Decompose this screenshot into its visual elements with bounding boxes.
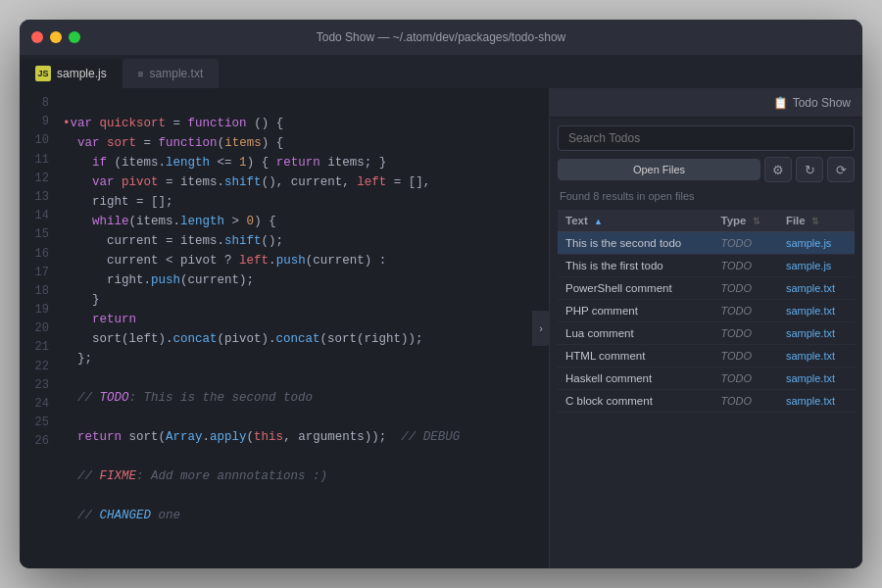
txt-file-icon: ≡: [138, 69, 144, 79]
refresh-icon-button[interactable]: ↻: [796, 157, 823, 182]
todo-text-cell: HTML comment: [558, 345, 713, 368]
todo-text-cell: PHP comment: [558, 300, 713, 322]
todo-text-cell: Lua comment: [558, 322, 713, 345]
code-line: return: [63, 310, 549, 329]
code-line: right = [];: [63, 192, 549, 212]
todo-text-cell: Haskell comment: [558, 368, 713, 390]
code-line: var sort = function(items) {: [63, 133, 549, 153]
code-line: current < pivot ? left.push(current) :: [63, 251, 549, 270]
filter-bar: Open Files ⚙ ↻ ⟳: [558, 157, 855, 182]
todo-type-cell: TODO: [713, 277, 778, 300]
todo-type-cell: TODO: [713, 368, 778, 390]
todo-type-cell: TODO: [713, 300, 778, 322]
todo-text-cell: PowerShell comment: [558, 277, 713, 300]
code-line: while(items.length > 0) {: [63, 212, 549, 231]
todo-file-cell: sample.txt: [778, 368, 855, 390]
code-line: }: [63, 290, 549, 310]
table-row[interactable]: PowerShell commentTODOsample.txt: [558, 277, 855, 300]
table-header-row: Text ▲ Type ⇅ File ⇅: [558, 210, 855, 232]
tabbar: JS sample.js ≡ sample.txt: [20, 55, 862, 88]
code-line: current = items.shift();: [63, 231, 549, 251]
todo-panel-content: Open Files ⚙ ↻ ⟳ Found 8 results in open…: [550, 118, 862, 568]
table-row[interactable]: HTML commentTODOsample.txt: [558, 345, 855, 368]
todo-show-icon: 📋: [773, 96, 788, 110]
open-files-filter-button[interactable]: Open Files: [558, 159, 760, 180]
code-line: var pivot = items.shift(), current, left…: [63, 172, 549, 192]
table-row[interactable]: Lua commentTODOsample.txt: [558, 322, 855, 345]
code-area: 8 9 10 11 12 13 14 15 16 17 18: [20, 88, 549, 568]
column-header-text[interactable]: Text ▲: [558, 210, 713, 232]
todo-panel-title: 📋 Todo Show: [773, 96, 851, 110]
code-line: };: [63, 349, 549, 368]
code-content: •var quicksort = function () { var sort …: [59, 88, 549, 568]
settings-icon-button[interactable]: ⚙: [764, 157, 792, 182]
window-title: Todo Show — ~/.atom/dev/packages/todo-sh…: [317, 30, 565, 44]
code-line: // CHANGED one: [63, 506, 549, 525]
code-line: // TODO: This is the second todo: [63, 388, 549, 408]
todos-table: Text ▲ Type ⇅ File ⇅: [558, 210, 855, 413]
sync-icon-button[interactable]: ⟳: [827, 157, 855, 182]
tab-sample-txt[interactable]: ≡ sample.txt: [122, 59, 220, 88]
todo-type-cell: TODO: [713, 255, 778, 277]
code-line: •var quicksort = function () {: [63, 114, 549, 133]
sort-arrows-type: ⇅: [753, 217, 760, 226]
table-row[interactable]: Haskell commentTODOsample.txt: [558, 368, 855, 390]
todo-file-cell: sample.txt: [778, 322, 855, 345]
tab-label-sample-js: sample.js: [57, 67, 107, 80]
code-editor[interactable]: 8 9 10 11 12 13 14 15 16 17 18: [20, 88, 549, 568]
maximize-button[interactable]: [69, 31, 80, 43]
editor-wrapper: 8 9 10 11 12 13 14 15 16 17 18: [20, 88, 549, 568]
tab-sample-js[interactable]: JS sample.js: [20, 59, 122, 88]
traffic-lights: [31, 31, 80, 43]
code-line: // FIXME: Add more annnotations :): [63, 466, 549, 486]
minimize-button[interactable]: [50, 31, 62, 43]
table-row[interactable]: This is the first todoTODOsample.js: [558, 255, 855, 277]
line-numbers: 8 9 10 11 12 13 14 15 16 17 18: [20, 88, 59, 568]
main-window: Todo Show — ~/.atom/dev/packages/todo-sh…: [20, 20, 862, 568]
todo-file-cell: sample.txt: [778, 345, 855, 368]
table-row[interactable]: This is the second todoTODOsample.js: [558, 232, 855, 255]
todo-panel-header: 📋 Todo Show: [550, 88, 862, 118]
column-header-type[interactable]: Type ⇅: [713, 210, 778, 232]
table-row[interactable]: C block commentTODOsample.txt: [558, 390, 855, 413]
code-line: [63, 486, 549, 506]
code-line: right.push(current);: [63, 270, 549, 290]
todo-type-cell: TODO: [713, 390, 778, 413]
column-header-file[interactable]: File ⇅: [778, 210, 855, 232]
js-file-icon: JS: [35, 66, 51, 81]
todo-file-cell: sample.js: [778, 255, 855, 277]
code-line: [63, 447, 549, 466]
code-line: [63, 368, 549, 388]
todo-table[interactable]: Text ▲ Type ⇅ File ⇅: [558, 210, 855, 561]
todo-file-cell: sample.js: [778, 232, 855, 255]
main-content: 8 9 10 11 12 13 14 15 16 17 18: [20, 88, 862, 568]
todo-type-cell: TODO: [713, 322, 778, 345]
todo-file-cell: sample.txt: [778, 300, 855, 322]
sort-arrows-file: ⇅: [811, 217, 819, 226]
code-line: if (items.length <= 1) { return items; }: [63, 153, 549, 172]
todo-text-cell: This is the second todo: [558, 232, 713, 255]
search-input[interactable]: [558, 125, 855, 151]
results-info: Found 8 results in open files: [558, 188, 855, 204]
collapse-panel-button[interactable]: ›: [532, 311, 550, 346]
todo-panel: 📋 Todo Show Open Files ⚙ ↻ ⟳ Found 8 res…: [549, 88, 862, 568]
todo-type-cell: TODO: [713, 232, 778, 255]
todo-type-cell: TODO: [713, 345, 778, 368]
todo-text-cell: C block comment: [558, 390, 713, 413]
close-button[interactable]: [31, 31, 43, 43]
code-line: sort(left).concat(pivot).concat(sort(rig…: [63, 329, 549, 349]
tab-label-sample-txt: sample.txt: [150, 67, 204, 80]
titlebar: Todo Show — ~/.atom/dev/packages/todo-sh…: [20, 20, 862, 55]
table-row[interactable]: PHP commentTODOsample.txt: [558, 300, 855, 322]
code-line: [63, 94, 549, 114]
sort-arrow-text: ▲: [594, 217, 603, 226]
code-line: [63, 408, 549, 427]
todo-file-cell: sample.txt: [778, 390, 855, 413]
todo-text-cell: This is the first todo: [558, 255, 713, 277]
code-line: return sort(Array.apply(this, arguments)…: [63, 427, 549, 447]
todo-file-cell: sample.txt: [778, 277, 855, 300]
